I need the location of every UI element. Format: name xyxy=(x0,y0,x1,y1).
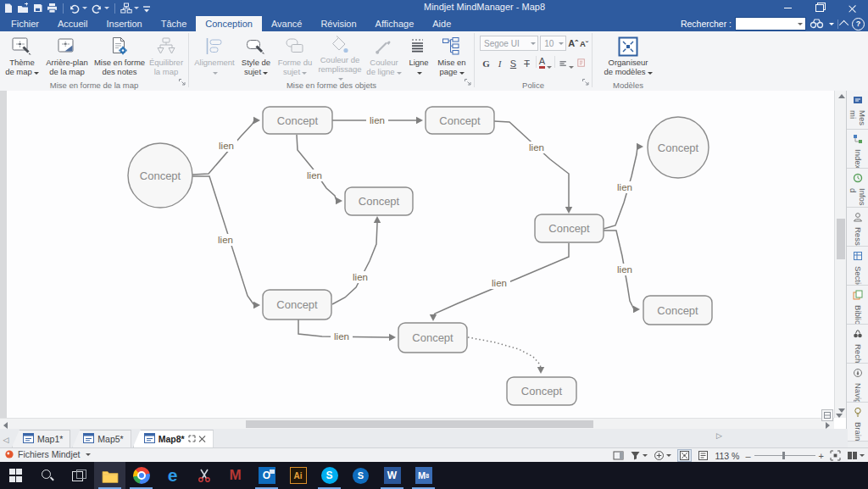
map-edge-label[interactable]: lien xyxy=(215,140,237,152)
side-tab-section[interactable]: Section xyxy=(847,247,868,286)
ribbon-tab-tache[interactable]: Tâche xyxy=(152,16,197,31)
ribbon-tab-avance[interactable]: Avancé xyxy=(262,16,312,31)
map-node[interactable]: Concept xyxy=(507,377,576,405)
open-icon[interactable] xyxy=(17,2,29,14)
strikethrough-button[interactable]: T xyxy=(520,55,533,69)
taskbar-skype-icon[interactable]: S xyxy=(314,462,345,489)
map-canvas[interactable]: ConceptConceptConceptConceptConceptConce… xyxy=(7,91,834,418)
map-node[interactable]: Concept xyxy=(398,323,467,353)
ribbon-tab-affichage[interactable]: Affichage xyxy=(366,16,424,31)
document-tab-map1[interactable]: Map1* xyxy=(12,430,70,447)
view-split-caret[interactable] xyxy=(860,454,865,457)
close-button[interactable] xyxy=(836,0,868,16)
search-input[interactable] xyxy=(735,17,806,31)
print-icon[interactable] xyxy=(47,2,58,14)
maximize-button[interactable] xyxy=(804,0,836,16)
shrink-font-button[interactable]: Aˇ xyxy=(580,39,588,48)
grow-font-button[interactable]: Aˆ xyxy=(568,38,578,48)
taskbar-mindmanager-icon[interactable]: M8 xyxy=(408,462,439,489)
ribbon-tab-aide[interactable]: Aide xyxy=(423,16,460,31)
map-edge-label[interactable]: lien xyxy=(331,331,353,342)
task-pane-icon[interactable] xyxy=(613,450,624,461)
map-edge[interactable] xyxy=(494,121,572,214)
fit-map-icon[interactable] xyxy=(830,450,841,461)
horizontal-scrollbar[interactable] xyxy=(0,418,834,430)
taskbar-word-icon[interactable]: W xyxy=(376,462,408,489)
taskbar-skype-business-icon[interactable]: S xyxy=(345,462,376,489)
document-tab-map5[interactable]: Map5* xyxy=(72,430,131,447)
map-edge-label[interactable]: lien xyxy=(488,277,510,289)
map-edge-label[interactable]: lien xyxy=(349,271,371,283)
bold-button[interactable]: G xyxy=(480,55,492,69)
notes-format-button[interactable]: Mise en formedes notes xyxy=(92,34,147,82)
split-view-button[interactable] xyxy=(821,409,833,421)
document-tab-map8[interactable]: Map8* xyxy=(133,430,214,447)
taskbar-mindjet-viewer-icon[interactable]: M xyxy=(220,462,251,489)
map-view-toggle[interactable] xyxy=(677,449,692,462)
italic-button[interactable]: I xyxy=(493,55,506,69)
map-edge-label[interactable]: lien xyxy=(614,181,636,193)
redo-icon[interactable] xyxy=(91,2,109,14)
collapse-ribbon-icon[interactable] xyxy=(839,20,849,30)
font-name-select[interactable]: Segoe UI xyxy=(480,36,538,51)
save-icon[interactable] xyxy=(32,2,43,14)
zoom-in-button[interactable]: + xyxy=(819,451,824,461)
outline-view-toggle[interactable] xyxy=(698,450,709,461)
zoom-out-button[interactable]: – xyxy=(745,451,750,461)
show-hide-icon[interactable] xyxy=(654,450,665,461)
tab-scroll-right-icon[interactable]: ▷ xyxy=(716,431,722,440)
underline-button[interactable]: S xyxy=(507,55,520,69)
taskbar-chrome-icon[interactable] xyxy=(125,462,157,489)
template-organizer-button[interactable]: Organiseurde modèles xyxy=(600,34,656,82)
new-document-icon[interactable] xyxy=(3,2,14,14)
side-tab-index[interactable]: Index xyxy=(847,130,868,169)
map-edge[interactable] xyxy=(332,216,381,304)
taskbar-start-button[interactable] xyxy=(0,462,31,489)
map-node[interactable]: Concept xyxy=(643,296,712,325)
taskbar-file-explorer-icon[interactable] xyxy=(94,462,125,489)
binoculars-icon[interactable] xyxy=(810,18,824,31)
font-color-button[interactable]: A xyxy=(539,55,552,69)
zoom-slider-handle[interactable] xyxy=(782,452,785,459)
ribbon-tab-insertion[interactable]: Insertion xyxy=(97,16,151,31)
view-split-icon[interactable] xyxy=(847,450,858,461)
line-button[interactable]: Ligne xyxy=(403,34,434,82)
horizontal-scroll-thumb[interactable] xyxy=(246,420,593,428)
map-node[interactable]: Concept xyxy=(345,187,413,215)
taskbar-outlook-icon[interactable]: O xyxy=(251,462,282,489)
side-tab-mes-mi[interactable]: Mes mi xyxy=(847,91,868,130)
taskbar-search-icon[interactable] xyxy=(31,462,63,489)
search-options-caret[interactable] xyxy=(829,23,834,25)
map-node[interactable]: Concept xyxy=(535,214,604,242)
zoom-slider[interactable] xyxy=(754,455,815,456)
mindjet-files-caret[interactable] xyxy=(86,453,91,456)
map-node[interactable]: Concept xyxy=(263,107,332,134)
map-edge-label[interactable]: lien xyxy=(614,264,636,275)
font-size-select[interactable]: 10 xyxy=(540,36,566,51)
filter-icon[interactable] xyxy=(630,450,641,461)
show-hide-caret[interactable] xyxy=(666,454,671,457)
help-icon[interactable]: ? xyxy=(852,18,865,31)
ribbon-tab-accueil[interactable]: Accueil xyxy=(48,16,97,31)
map-parts-icon[interactable] xyxy=(120,2,139,14)
minimize-button[interactable] xyxy=(771,0,804,16)
scroll-right-icon[interactable] xyxy=(826,422,830,429)
dialog-launcher-icon[interactable] xyxy=(464,75,472,90)
scroll-up-icon[interactable] xyxy=(838,94,845,98)
dialog-launcher-icon[interactable] xyxy=(178,75,186,90)
taskbar-snipping-tool-icon[interactable] xyxy=(188,462,220,489)
side-tab-naviga[interactable]: Naviga xyxy=(847,364,868,403)
topic-style-button[interactable]: Style desujet xyxy=(237,34,275,82)
map-theme-button[interactable]: Thèmede map xyxy=(3,34,42,82)
vertical-scroll-thumb[interactable] xyxy=(837,219,845,259)
format-painter-button[interactable] xyxy=(576,55,588,69)
side-tab-infos-d[interactable]: Infos d xyxy=(847,169,868,208)
close-tab-icon[interactable] xyxy=(199,436,206,442)
map-edge[interactable] xyxy=(468,337,544,374)
side-tab-ressou[interactable]: Ressou xyxy=(847,208,868,247)
paragraph-align-button[interactable] xyxy=(558,55,575,69)
corner-caret-icon[interactable] xyxy=(836,414,843,418)
map-edge-label[interactable]: lien xyxy=(366,114,388,126)
map-edge-label[interactable]: lien xyxy=(526,142,548,153)
undo-icon[interactable] xyxy=(69,2,87,14)
